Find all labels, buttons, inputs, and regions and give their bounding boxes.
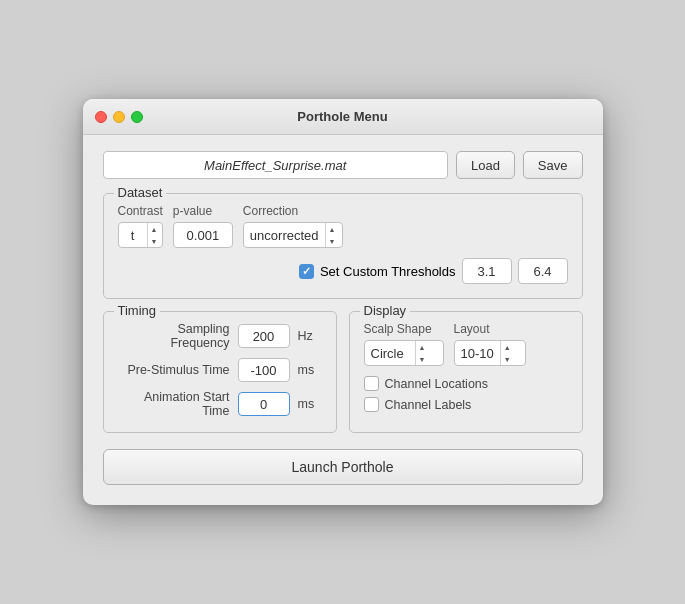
layout-spinner[interactable]: 10-10 ▲ ▼ (454, 340, 526, 366)
contrast-label: Contrast (118, 204, 163, 218)
layout-value: 10-10 (455, 346, 500, 361)
scalp-shape-col: Scalp Shape Circle ▲ ▼ (364, 322, 444, 366)
threshold1-input[interactable] (462, 258, 512, 284)
channel-labels-row: Channel Labels (364, 397, 568, 412)
scalp-shape-down-arrow[interactable]: ▼ (416, 353, 429, 365)
display-top-row: Scalp Shape Circle ▲ ▼ Layout (364, 322, 568, 366)
channel-locations-row: Channel Locations (364, 376, 568, 391)
scalp-shape-up-arrow[interactable]: ▲ (416, 341, 429, 353)
maximize-button[interactable] (131, 111, 143, 123)
pvalue-label: p-value (173, 204, 233, 218)
correction-col: Correction uncorrected ▲ ▼ (243, 204, 343, 248)
custom-threshold-row: Set Custom Thresholds (299, 258, 568, 284)
channel-locations-checkbox[interactable] (364, 376, 379, 391)
sampling-freq-input[interactable] (238, 324, 290, 348)
correction-arrows[interactable]: ▲ ▼ (325, 223, 339, 247)
minimize-button[interactable] (113, 111, 125, 123)
correction-up-arrow[interactable]: ▲ (326, 223, 339, 235)
layout-down-arrow[interactable]: ▼ (501, 353, 514, 365)
dataset-row: Contrast t ▲ ▼ p-value Co (118, 204, 568, 284)
launch-button[interactable]: Launch Porthole (103, 449, 583, 485)
correction-down-arrow[interactable]: ▼ (326, 235, 339, 247)
channel-labels-label: Channel Labels (385, 398, 472, 412)
prestim-unit: ms (298, 363, 322, 377)
prestim-row: Pre-Stimulus Time ms (118, 358, 322, 382)
contrast-arrows[interactable]: ▲ ▼ (147, 223, 161, 247)
sampling-freq-row: Sampling Frequency Hz (118, 322, 322, 350)
pvalue-input[interactable] (173, 222, 233, 248)
correction-spinner[interactable]: uncorrected ▲ ▼ (243, 222, 343, 248)
file-row: Load Save (103, 151, 583, 179)
layout-col: Layout 10-10 ▲ ▼ (454, 322, 526, 366)
display-group: Display Scalp Shape Circle ▲ ▼ (349, 311, 583, 433)
dataset-group: Dataset Contrast t ▲ ▼ p-value (103, 193, 583, 299)
sampling-freq-unit: Hz (298, 329, 322, 343)
contrast-col: Contrast t ▲ ▼ (118, 204, 163, 248)
anim-start-input[interactable] (238, 392, 290, 416)
main-window: Porthole Menu Load Save Dataset Contrast… (83, 99, 603, 505)
contrast-value: t (119, 228, 147, 243)
title-bar: Porthole Menu (83, 99, 603, 135)
threshold2-input[interactable] (518, 258, 568, 284)
channel-labels-checkbox[interactable] (364, 397, 379, 412)
scalp-shape-arrows[interactable]: ▲ ▼ (415, 341, 429, 365)
layout-label: Layout (454, 322, 526, 336)
bottom-row: Timing Sampling Frequency Hz Pre-Stimulu… (103, 311, 583, 445)
anim-start-unit: ms (298, 397, 322, 411)
window-content: Load Save Dataset Contrast t ▲ ▼ (83, 135, 603, 505)
contrast-down-arrow[interactable]: ▼ (148, 235, 161, 247)
traffic-lights (95, 111, 143, 123)
save-button[interactable]: Save (523, 151, 583, 179)
correction-value: uncorrected (244, 228, 325, 243)
layout-arrows[interactable]: ▲ ▼ (500, 341, 514, 365)
scalp-shape-spinner[interactable]: Circle ▲ ▼ (364, 340, 444, 366)
prestim-input[interactable] (238, 358, 290, 382)
pvalue-col: p-value (173, 204, 233, 248)
load-button[interactable]: Load (456, 151, 515, 179)
custom-threshold-checkbox[interactable] (299, 264, 314, 279)
display-group-label: Display (360, 303, 411, 318)
scalp-shape-label: Scalp Shape (364, 322, 444, 336)
window-title: Porthole Menu (297, 109, 387, 124)
contrast-spinner[interactable]: t ▲ ▼ (118, 222, 163, 248)
channel-locations-label: Channel Locations (385, 377, 489, 391)
anim-start-label: Animation Start Time (118, 390, 230, 418)
layout-up-arrow[interactable]: ▲ (501, 341, 514, 353)
custom-threshold-label: Set Custom Thresholds (320, 264, 456, 279)
contrast-up-arrow[interactable]: ▲ (148, 223, 161, 235)
display-inner: Scalp Shape Circle ▲ ▼ Layout (364, 322, 568, 412)
display-checkboxes: Channel Locations Channel Labels (364, 376, 568, 412)
timing-group-label: Timing (114, 303, 161, 318)
close-button[interactable] (95, 111, 107, 123)
timing-grid: Sampling Frequency Hz Pre-Stimulus Time … (118, 322, 322, 418)
scalp-shape-value: Circle (365, 346, 415, 361)
sampling-freq-label: Sampling Frequency (118, 322, 230, 350)
prestim-label: Pre-Stimulus Time (118, 363, 230, 377)
anim-start-row: Animation Start Time ms (118, 390, 322, 418)
correction-label: Correction (243, 204, 343, 218)
timing-group: Timing Sampling Frequency Hz Pre-Stimulu… (103, 311, 337, 433)
dataset-group-label: Dataset (114, 185, 167, 200)
filename-input[interactable] (103, 151, 448, 179)
